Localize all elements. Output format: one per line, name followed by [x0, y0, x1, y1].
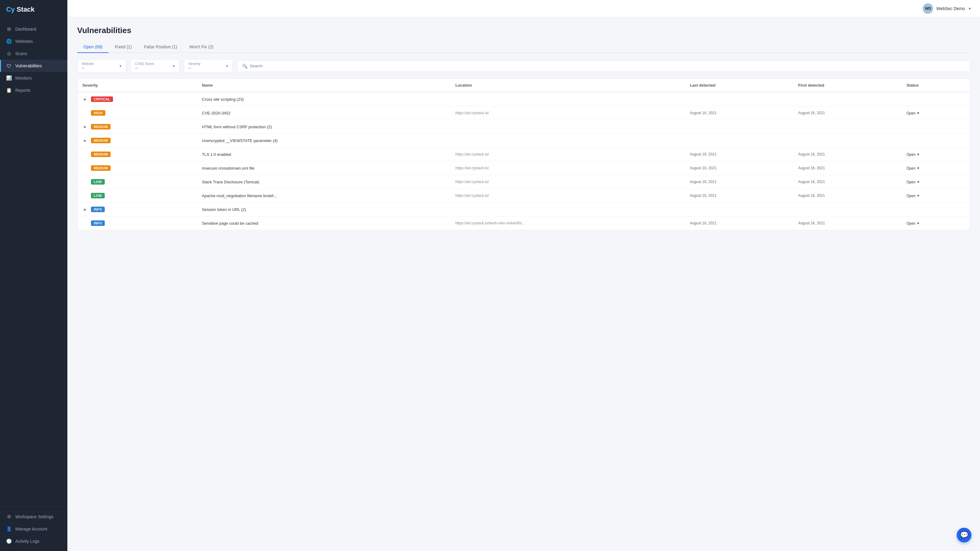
- last-detected: [685, 203, 793, 216]
- user-badge[interactable]: WD WebSec Demo ▼: [923, 3, 971, 14]
- page-title: Vulnerabilities: [77, 26, 970, 35]
- severity-filter-label: Severity: [188, 62, 200, 65]
- search-box[interactable]: 🔍: [237, 60, 970, 72]
- status-cell: Open ▼: [902, 161, 970, 175]
- col-status: Status: [902, 79, 970, 92]
- sidebar: CyStack ⊞ Dashboard 🌐 Websites ◎ Scans 🛡…: [0, 0, 67, 551]
- status-dropdown[interactable]: Open ▼: [907, 111, 920, 115]
- sidebar-item-scans[interactable]: ◎ Scans: [0, 48, 67, 60]
- cvss-score-filter[interactable]: CVSS Score -- ▼: [130, 59, 180, 73]
- sidebar-item-websites[interactable]: 🌐 Websites: [0, 35, 67, 48]
- first-detected: [793, 134, 902, 148]
- sidebar-label-dashboard: Dashboard: [15, 27, 37, 32]
- last-detected: [685, 134, 793, 148]
- last-detected: August 16, 2021: [685, 106, 793, 120]
- vuln-location: https://art.cystack.io/: [450, 106, 685, 120]
- vuln-name: Cross site scripting (23): [197, 92, 450, 106]
- status-cell: Open ▼: [902, 106, 970, 120]
- sidebar-label-activity-logs: Activity Logs: [15, 539, 40, 544]
- first-detected: August 16, 2021: [793, 216, 902, 230]
- sidebar-item-dashboard[interactable]: ⊞ Dashboard: [0, 23, 67, 35]
- activity-logs-icon: 🕒: [6, 538, 12, 544]
- tab-wont-fix[interactable]: Won't Fix (2): [183, 41, 220, 53]
- table-row: ▶MEDIUMHTML form without CSRF protection…: [78, 120, 970, 134]
- status-dropdown[interactable]: Open ▼: [907, 152, 920, 157]
- severity-badge: INFO: [91, 206, 105, 212]
- main-content: WD WebSec Demo ▼ Vulnerabilities Open (6…: [67, 0, 980, 551]
- status-dropdown[interactable]: Open ▼: [907, 221, 920, 225]
- table-row: LOWApache mod_negotiation filename brute…: [78, 189, 970, 203]
- status-cell: [902, 134, 970, 148]
- col-location: Location: [450, 79, 685, 92]
- sidebar-item-workspace-settings[interactable]: ⚙ Workspace Settings: [0, 511, 67, 523]
- cvss-filter-label: CVSS Score: [135, 62, 154, 65]
- page-content: Vulnerabilities Open (69) Fixed (1) Fals…: [67, 17, 980, 551]
- sidebar-item-monitors[interactable]: 📊 Monitors: [0, 72, 67, 84]
- expand-button[interactable]: ▶: [83, 138, 88, 143]
- vuln-name: HTML form without CSRF protection (2): [197, 120, 450, 134]
- first-detected: August 16, 2021: [793, 161, 902, 175]
- vuln-location: https://art.cystack.io/benh-vien-online/…: [450, 216, 685, 230]
- first-detected: [793, 92, 902, 106]
- tab-false-positive[interactable]: False Positive (1): [138, 41, 183, 53]
- severity-badge: MEDIUM: [91, 124, 111, 130]
- last-detected: August 16, 2021: [685, 161, 793, 175]
- table-row: LOWStack Trace Disclosure (Tomcat)https:…: [78, 175, 970, 189]
- status-chevron-icon: ▼: [916, 111, 920, 115]
- severity-cell: MEDIUM: [78, 161, 197, 175]
- table-row: ▶INFOSession token in URL (2): [78, 203, 970, 216]
- user-name: WebSec Demo: [936, 6, 965, 11]
- vuln-location: https://art.cystack.io/: [450, 161, 685, 175]
- vulnerabilities-icon: 🛡: [6, 63, 12, 68]
- sidebar-item-manage-account[interactable]: 👤 Manage Account: [0, 523, 67, 535]
- status-cell: [902, 120, 970, 134]
- severity-cell: ▶INFO: [78, 203, 197, 216]
- severity-badge: MEDIUM: [91, 138, 111, 143]
- chat-button[interactable]: 💬: [957, 528, 971, 542]
- sidebar-item-activity-logs[interactable]: 🕒 Activity Logs: [0, 535, 67, 547]
- status-chevron-icon: ▼: [916, 194, 920, 197]
- sidebar-item-reports[interactable]: 📋 Reports: [0, 84, 67, 97]
- vuln-location: [450, 92, 685, 106]
- first-detected: August 16, 2021: [793, 175, 902, 189]
- col-name: Name: [197, 79, 450, 92]
- severity-cell: INFO: [78, 216, 197, 230]
- status-dropdown[interactable]: Open ▼: [907, 194, 920, 198]
- vuln-name: Apache mod_negotiation filename brutef..…: [197, 189, 450, 203]
- sidebar-label-reports: Reports: [15, 88, 30, 93]
- search-input[interactable]: [250, 64, 965, 68]
- status-chevron-icon: ▼: [916, 153, 920, 156]
- expand-button[interactable]: ▶: [83, 97, 88, 102]
- status-dropdown[interactable]: Open ▼: [907, 180, 920, 184]
- sidebar-label-manage-account: Manage Account: [15, 527, 47, 531]
- col-first-detected: First detected: [793, 79, 902, 92]
- scans-icon: ◎: [6, 51, 12, 56]
- tab-open[interactable]: Open (69): [77, 41, 109, 53]
- vuln-name: Sensitive page could be cached: [197, 216, 450, 230]
- first-detected: [793, 203, 902, 216]
- severity-badge: MEDIUM: [91, 151, 111, 157]
- chevron-down-icon: ▼: [968, 7, 971, 10]
- table-row: ▶MEDIUMUnencrypted __VIEWSTATE parameter…: [78, 134, 970, 148]
- expand-button[interactable]: ▶: [83, 206, 88, 212]
- severity-badge: LOW: [91, 179, 105, 184]
- manage-account-icon: 👤: [6, 526, 12, 532]
- vuln-location: [450, 203, 685, 216]
- vuln-name: Stack Trace Disclosure (Tomcat): [197, 175, 450, 189]
- website-filter[interactable]: Website -- ▼: [77, 59, 126, 73]
- severity-cell: MEDIUM: [78, 148, 197, 161]
- expand-button[interactable]: ▶: [83, 124, 88, 130]
- severity-filter[interactable]: Severity -- ▼: [184, 59, 233, 73]
- table-row: HIGHCVE-2020-3452https://art.cystack.io/…: [78, 106, 970, 120]
- tab-fixed[interactable]: Fixed (1): [109, 41, 138, 53]
- status-cell: Open ▼: [902, 148, 970, 161]
- status-cell: Open ▼: [902, 175, 970, 189]
- sidebar-label-workspace-settings: Workspace Settings: [15, 514, 53, 519]
- severity-cell: ▶MEDIUM: [78, 120, 197, 134]
- sidebar-label-websites: Websites: [15, 39, 33, 44]
- website-filter-value: --: [82, 65, 94, 70]
- website-filter-label: Website: [82, 62, 94, 65]
- sidebar-item-vulnerabilities[interactable]: 🛡 Vulnerabilities: [0, 60, 67, 72]
- first-detected: [793, 120, 902, 134]
- status-dropdown[interactable]: Open ▼: [907, 166, 920, 170]
